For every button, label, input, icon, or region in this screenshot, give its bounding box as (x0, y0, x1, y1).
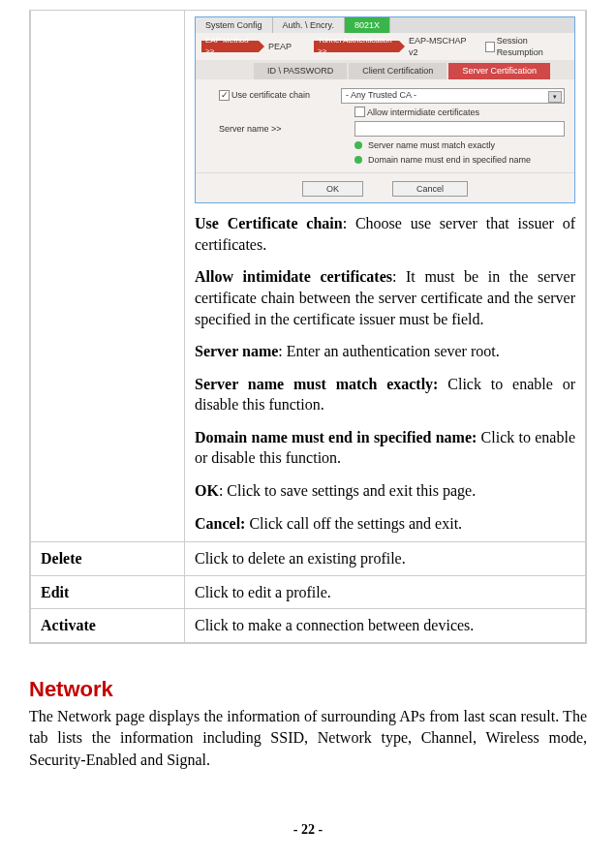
eap-row: EAP Method >> PEAP Tunnel Authentication… (196, 33, 574, 60)
table-row: Delete Click to delete an existing profi… (30, 542, 586, 576)
tab-id-password[interactable]: ID \ PASSWORD (254, 63, 347, 78)
tab-client-cert[interactable]: Client Certification (349, 63, 447, 78)
checkbox-icon (485, 42, 495, 52)
row-edit-desc: Click to edit a profile. (185, 575, 587, 609)
radio-domain-end-label: Domain name must end in specified name (368, 154, 531, 166)
cancel-button[interactable]: Cancel (392, 181, 468, 197)
session-resumption-checkbox[interactable]: Session Resumption (485, 35, 569, 58)
table-row: Activate Click to make a connection betw… (30, 609, 586, 643)
checkbox-icon: ✓ (219, 90, 230, 101)
table-row: Edit Click to edit a profile. (30, 575, 586, 609)
first-row-content: System Config Auth. \ Encry. 8021X EAP M… (185, 11, 587, 542)
def-ok: OK: Click to save settings and exit this… (195, 480, 575, 502)
chevron-down-icon: ▾ (548, 91, 562, 103)
row-delete-label: Delete (30, 542, 185, 576)
tab-server-cert[interactable]: Server Certification (448, 63, 550, 78)
trusted-ca-value: - Any Trusted CA - (346, 89, 416, 101)
server-name-input[interactable] (354, 121, 565, 137)
def-cancel: Cancel: Click call off the settings and … (195, 513, 575, 535)
trusted-ca-select[interactable]: - Any Trusted CA - ▾ (341, 88, 565, 104)
tunnel-auth-value: EAP-MSCHAP v2 (403, 35, 477, 58)
def-domain-end: Domain name must end in specified name: … (195, 427, 575, 469)
checkbox-icon (354, 107, 365, 117)
ok-button[interactable]: OK (302, 181, 363, 197)
use-cert-chain-checkbox[interactable]: ✓ Use certificate chain (219, 89, 310, 101)
radio-selected-icon[interactable] (354, 156, 362, 164)
first-row-label (30, 11, 185, 542)
row-edit-label: Edit (30, 575, 185, 609)
session-resumption-label: Session Resumption (497, 35, 569, 58)
server-cert-panel: ✓ Use certificate chain - Any Trusted CA… (196, 79, 574, 172)
tunnel-auth-arrow: Tunnel Authentication >> (314, 41, 399, 52)
radio-selected-icon[interactable] (354, 141, 362, 149)
server-name-label: Server name >> (219, 123, 349, 135)
tab-8021x[interactable]: 8021X (345, 17, 390, 33)
tab-system-config[interactable]: System Config (196, 17, 273, 33)
row-delete-desc: Click to delete an existing profile. (185, 542, 587, 576)
row-activate-desc: Click to make a connection between devic… (185, 609, 587, 643)
radio-match-exactly-label: Server name must match exactly (368, 139, 495, 151)
allow-intermediate-label: Allow intermidiate certificates (367, 107, 479, 118)
page-number: - 22 - (0, 822, 616, 838)
tab-auth-encry[interactable]: Auth. \ Encry. (273, 17, 345, 33)
def-match-exactly: Server name must match exactly: Click to… (195, 374, 575, 415)
dialog-screenshot: System Config Auth. \ Encry. 8021X EAP M… (195, 16, 575, 203)
dialog-buttons: OK Cancel (196, 172, 574, 202)
allow-intermediate-checkbox[interactable]: Allow intermidiate certificates (354, 107, 479, 118)
network-body-text: The Network page displays the informatio… (29, 706, 587, 771)
eap-method-arrow: EAP Method >> (201, 41, 259, 52)
network-heading: Network (29, 677, 587, 702)
top-tabs: System Config Auth. \ Encry. 8021X (196, 17, 574, 33)
def-use-cert-chain: Use Certificate chain: Choose use server… (195, 213, 575, 255)
sub-tabs: ID \ PASSWORD Client Certification Serve… (196, 60, 574, 78)
eap-method-value: PEAP (262, 41, 297, 52)
row-activate-label: Activate (30, 609, 185, 643)
definitions-table: System Config Auth. \ Encry. 8021X EAP M… (29, 10, 587, 644)
def-server-name: Server name: Enter an authentication sev… (195, 341, 575, 362)
use-cert-chain-label: Use certificate chain (231, 89, 310, 101)
def-allow-intimidate: Allow intimidate certificates: It must b… (195, 266, 575, 329)
